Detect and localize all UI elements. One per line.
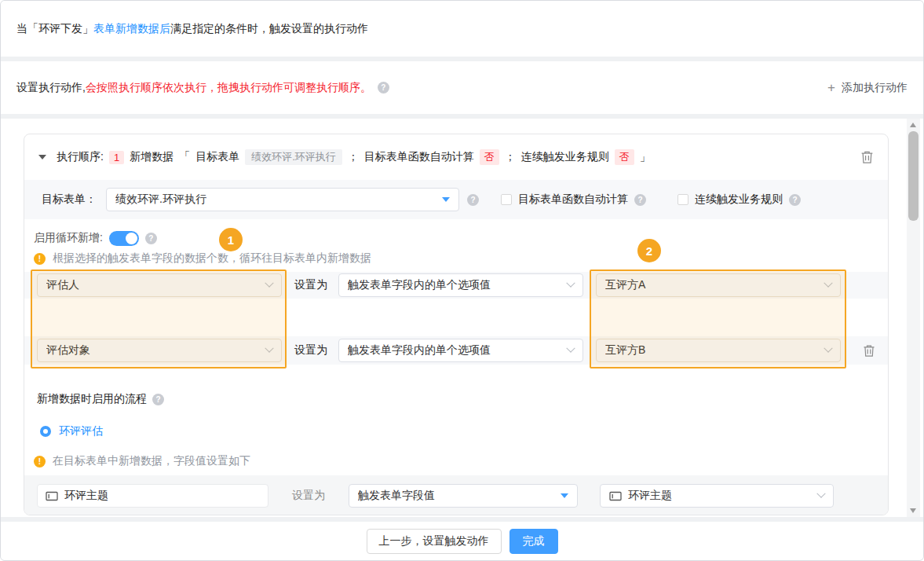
field-mapping-row: 评估人 设置为 触发表单字段内的单个选项值 互评方A	[24, 272, 888, 299]
process-radio-selected[interactable]	[40, 426, 51, 437]
chevron-down-icon	[816, 490, 825, 498]
method-select-value: 触发表单字段内的单个选项值	[348, 278, 561, 292]
field-select[interactable]: 评估人	[37, 273, 282, 297]
chain-label: 连续触发业务规则	[521, 150, 609, 164]
done-button[interactable]: 完成	[509, 529, 558, 554]
add-action-button[interactable]: + 添加执行动作	[827, 81, 908, 95]
text-field-icon	[46, 491, 58, 501]
loop-toggle-row: 启用循环新增: ?	[24, 226, 888, 251]
help-icon[interactable]: ?	[152, 394, 164, 405]
delete-action-button[interactable]	[860, 150, 874, 164]
field-select[interactable]: 评估对象	[37, 339, 282, 362]
field-select-value: 评估人	[46, 278, 260, 292]
field-mapping-row: 评估对象 设置为 触发表单字段内的单个选项值 互评方B	[24, 336, 888, 365]
execution-order-header: 执行顺序: 1 新增数据 「 目标表单 绩效环评.环评执行 ； 目标表单函数自动…	[24, 134, 888, 180]
process-hint-row: ! 在目标表单中新增数据，字段值设置如下	[24, 452, 888, 471]
footer-bar: 上一步，设置触发动作 完成	[1, 522, 923, 560]
help-icon[interactable]: ?	[634, 194, 646, 206]
chain-checkbox-label: 连续触发业务规则	[695, 192, 783, 207]
execution-action-card: 执行顺序: 1 新增数据 「 目标表单 绩效环评.环评执行 ； 目标表单函数自动…	[24, 134, 889, 515]
scroll-up-arrow-icon[interactable]	[910, 123, 916, 127]
target-form-label: 目标表单	[195, 150, 239, 164]
trash-icon	[860, 150, 874, 164]
help-icon[interactable]: ?	[467, 194, 479, 206]
order-label: 执行顺序:	[57, 150, 104, 164]
help-icon[interactable]: ?	[789, 194, 801, 206]
bracket-open: 「	[179, 150, 190, 164]
previous-step-button[interactable]: 上一步，设置触发动作	[367, 529, 502, 554]
process-radio-label: 环评评估	[59, 424, 103, 438]
chain-checkbox[interactable]	[677, 194, 688, 205]
source-field-select-value: 环评主题	[609, 489, 812, 503]
chevron-down-icon	[566, 344, 575, 353]
calc-checkbox[interactable]	[501, 194, 512, 205]
loop-hint-text: 根据选择的触发表单字段的数据个数，循环往目标表单内新增数据	[53, 251, 371, 266]
warning-icon: !	[34, 456, 46, 468]
calc-label: 目标表单函数自动计算	[364, 150, 474, 164]
trigger-summary-bar: 当「环评下发」表单新增数据后满足指定的条件时，触发设置的执行动作	[1, 1, 923, 57]
calc-checkbox-label: 目标表单函数自动计算	[518, 192, 628, 207]
method-select[interactable]: 触发表单字段内的单个选项值	[338, 273, 583, 297]
operator-label: 设置为	[292, 489, 325, 503]
chevron-down-icon	[265, 279, 273, 288]
target-form-row: 目标表单： 绩效环评.环评执行 ? 目标表单函数自动计算 ? 连续触发业务规则 …	[24, 180, 888, 219]
target-form-field-label: 目标表单：	[42, 192, 97, 207]
add-action-label: 添加执行动作	[842, 81, 908, 95]
action-bar-warning: 会按照执行顺序依次执行，拖拽执行动作可调整执行顺序。	[86, 81, 371, 95]
chain-checkbox-group: 连续触发业务规则 ?	[677, 192, 801, 207]
plus-icon: +	[827, 81, 835, 94]
vertical-scrollbar[interactable]	[907, 119, 920, 517]
method-select-value: 触发表单字段内的单个选项值	[348, 343, 561, 358]
value-select[interactable]: 互评方B	[596, 339, 841, 362]
loop-toggle-label: 启用循环新增:	[34, 231, 103, 245]
loop-hint-row: ! 根据选择的触发表单字段的数据个数，循环往目标表单内新增数据	[24, 249, 888, 268]
help-icon[interactable]: ?	[145, 233, 157, 244]
action-bar-label: 设置执行动作,	[16, 81, 86, 95]
delete-row-button[interactable]	[863, 344, 875, 358]
annotation-step-badge-2: 2	[637, 239, 661, 262]
scroll-down-arrow-icon[interactable]	[910, 508, 916, 513]
separator: ；	[348, 150, 359, 164]
calc-value-badge: 否	[480, 149, 499, 165]
source-field-select[interactable]: 环评主题	[600, 484, 834, 508]
value-select-value: 互评方B	[605, 343, 819, 358]
toggle-knob	[126, 233, 137, 244]
order-badge: 1	[109, 151, 124, 164]
chain-value-badge: 否	[615, 149, 634, 165]
bracket-close: 」	[640, 150, 651, 164]
help-icon[interactable]: ?	[378, 82, 389, 94]
trash-icon	[863, 344, 875, 358]
target-field-label: 环评主题	[64, 489, 108, 503]
value-method-select[interactable]: 触发表单字段值	[349, 484, 578, 508]
rule-config-dialog: 当「环评下发」表单新增数据后满足指定的条件时，触发设置的执行动作 设置执行动作,…	[0, 0, 924, 561]
scrollbar-thumb[interactable]	[908, 131, 919, 221]
caret-down-icon	[442, 197, 450, 202]
collapse-icon[interactable]	[38, 155, 46, 160]
action-type-label: 新增数据	[130, 150, 173, 164]
calc-checkbox-group: 目标表单函数自动计算 ?	[501, 192, 646, 207]
text-field-icon	[609, 491, 622, 501]
chevron-down-icon	[824, 344, 832, 353]
process-radio-row: 环评评估	[24, 422, 888, 441]
target-form-select-value: 绩效环评.环评执行	[115, 192, 436, 207]
warning-icon: !	[34, 253, 46, 265]
method-select[interactable]: 触发表单字段内的单个选项值	[338, 339, 583, 362]
target-form-select[interactable]: 绩效环评.环评执行	[106, 188, 459, 211]
value-select-value: 互评方A	[605, 278, 819, 292]
value-method-select-value: 触发表单字段值	[358, 489, 554, 503]
operator-label: 设置为	[294, 343, 327, 358]
source-field-label: 环评主题	[628, 489, 672, 503]
chevron-down-icon	[566, 279, 575, 288]
target-field-box[interactable]: 环评主题	[37, 484, 268, 508]
caret-down-icon	[561, 493, 568, 498]
trigger-event-highlight: 表单新增数据后	[93, 22, 170, 36]
value-select[interactable]: 互评方A	[596, 273, 841, 297]
separator: ；	[505, 150, 516, 164]
main-content: 执行顺序: 1 新增数据 「 目标表单 绩效环评.环评执行 ； 目标表单函数自动…	[1, 119, 923, 517]
target-form-badge: 绩效环评.环评执行	[245, 149, 342, 165]
loop-toggle-switch[interactable]	[109, 231, 139, 246]
trigger-text-prefix: 当「环评下发」	[16, 22, 93, 36]
chevron-down-icon	[265, 344, 273, 353]
action-settings-bar: 设置执行动作, 会按照执行顺序依次执行，拖拽执行动作可调整执行顺序。 ? + 添…	[1, 61, 923, 114]
operator-label: 设置为	[294, 278, 327, 292]
